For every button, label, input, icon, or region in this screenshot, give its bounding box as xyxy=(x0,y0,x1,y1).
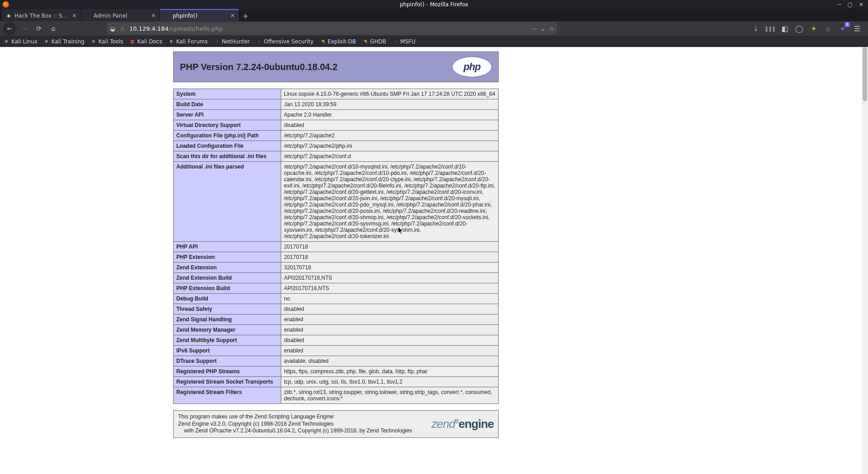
ext2-icon[interactable]: ◉ xyxy=(824,24,833,33)
phpinfo-row: Build DateJan 13 2020 18:39:59 xyxy=(174,99,499,110)
phpinfo-key: Server API xyxy=(174,110,281,120)
bookmark-item[interactable]: ◥Exploit-DB xyxy=(320,38,356,45)
back-button[interactable]: ← xyxy=(3,22,16,35)
phpinfo-table: SystemLinux oopsie 4.15.0-76-generic #86… xyxy=(173,89,499,404)
new-tab-button[interactable]: + xyxy=(239,10,252,21)
bookmark-item[interactable]: ❖Kali Training xyxy=(44,38,85,45)
bookmark-item[interactable]: ◥GHDB xyxy=(363,38,387,45)
close-tab-icon[interactable]: ✕ xyxy=(72,12,77,19)
window-title: phpinfo() - Mozilla Firefox xyxy=(400,1,468,8)
tab-label: phpinfo() xyxy=(173,13,227,19)
phpinfo-key: PHP API xyxy=(174,242,281,252)
insecure-icon: ⚠ xyxy=(119,25,126,32)
vertical-scrollbar[interactable] xyxy=(862,47,868,474)
kali-icon: ❖ xyxy=(91,39,96,44)
bookmark-item[interactable]: ༄Offensive Security xyxy=(256,38,314,45)
downloads-icon[interactable]: ↓ xyxy=(751,24,760,33)
phpinfo-key: Loaded Configuration File xyxy=(174,141,281,151)
close-tab-icon[interactable]: ✕ xyxy=(151,12,156,19)
kali-icon: ❖ xyxy=(4,39,9,44)
bookmark-item[interactable]: ༄MSFU xyxy=(392,38,415,45)
dragon-icon: ༄ xyxy=(256,39,262,44)
kali-icon: ❖ xyxy=(169,39,174,44)
hamburger-menu-icon[interactable]: ☰ xyxy=(853,24,862,33)
os-titlebar: phpinfo() - Mozilla Firefox ─ ▢ ✕ xyxy=(0,0,868,9)
phpinfo-value: 20170718 xyxy=(281,242,499,252)
phpinfo-key: Thread Safety xyxy=(174,304,281,314)
red-icon: ■ xyxy=(130,39,135,44)
url-bar[interactable]: ◒ ⚠ 10.129.4.184/uploads/hello.php ⋯ ⌄ ☆ xyxy=(107,22,557,35)
phpinfo-key: PHP Extension xyxy=(174,252,281,263)
phpinfo-value: /etc/php/7.2/apache2 xyxy=(281,131,499,141)
phpinfo-row: Virtual Directory Supportdisabled xyxy=(174,120,499,131)
phpinfo-row: Registered Stream Filterszlib.*, string.… xyxy=(174,387,499,404)
tab-strip: ◆Hack The Box :: Starting P✕Admin Panel✕… xyxy=(0,9,868,21)
close-window-button[interactable]: ✕ xyxy=(859,1,863,8)
phpinfo-value: https, ftps, compress.zlib, php, file, g… xyxy=(281,366,499,377)
minimize-button[interactable]: ─ xyxy=(838,1,841,8)
home-button[interactable]: ⌂ xyxy=(47,22,60,35)
browser-tab[interactable]: phpinfo()✕ xyxy=(160,9,239,21)
htb-favicon-icon: ◆ xyxy=(5,13,12,19)
phpinfo-key: Zend Signal Handling xyxy=(174,314,281,325)
phpinfo-key: DTrace Support xyxy=(174,356,281,366)
pocket-icon[interactable]: ⌄ xyxy=(540,25,545,32)
phpinfo-value: disabled xyxy=(281,335,499,346)
dragon-icon: ༄ xyxy=(392,39,398,44)
page-actions-icon[interactable]: ⋯ xyxy=(531,25,537,32)
ext1-icon[interactable]: ✦ xyxy=(809,24,818,33)
sidebar-icon[interactable]: ◧ xyxy=(780,24,789,33)
phpinfo-key: Zend Extension Build xyxy=(174,273,281,283)
maximize-button[interactable]: ▢ xyxy=(848,1,853,8)
phpinfo-value: disabled xyxy=(281,120,499,131)
zend-box: This program makes use of the Zend Scrip… xyxy=(173,410,499,438)
phpinfo-row: Zend Extension320170718 xyxy=(174,263,499,273)
phpinfo-row: Zend Memory Managerenabled xyxy=(174,325,499,335)
bookmark-label: Kali Docs xyxy=(137,38,162,45)
bookmark-label: Kali Training xyxy=(52,38,85,45)
phpinfo-value: Linux oopsie 4.15.0-76-generic #86-Ubunt… xyxy=(281,89,499,99)
kali-icon: ❖ xyxy=(44,39,49,44)
phpinfo-row: Registered Stream Socket Transportstcp, … xyxy=(174,377,499,387)
blank-favicon-icon xyxy=(164,13,170,19)
bookmark-item[interactable]: ■Kali Docs xyxy=(130,38,162,45)
bookmark-label: Exploit-DB xyxy=(328,38,356,45)
bookmark-item[interactable]: ❖Kali Forums xyxy=(169,38,208,45)
bookmark-item[interactable]: ❖Kali Linux xyxy=(4,38,38,45)
forward-button[interactable]: → xyxy=(18,22,31,35)
reload-button[interactable]: ⟳ xyxy=(33,22,45,35)
bookmark-star-icon[interactable]: ☆ xyxy=(549,25,554,32)
phpinfo-value: available, disabled xyxy=(281,356,499,366)
phpinfo-row: Registered PHP Streamshttps, ftps, compr… xyxy=(174,366,499,377)
bookmark-item[interactable]: ༄NetHunter xyxy=(214,38,250,45)
phpinfo-key: Build Date xyxy=(174,99,281,110)
bookmark-item[interactable]: ❖Kali Tools xyxy=(91,38,123,45)
phpinfo-row: SystemLinux oopsie 4.15.0-76-generic #86… xyxy=(174,89,499,99)
browser-tab[interactable]: ◆Hack The Box :: Starting P✕ xyxy=(2,9,80,21)
nav-toolbar: ← → ⟳ ⌂ ◒ ⚠ 10.129.4.184/uploads/hello.p… xyxy=(0,21,868,36)
phpinfo-row: PHP API20170718 xyxy=(174,242,499,252)
account-icon[interactable]: ◯ xyxy=(795,24,804,33)
ext-badge: 8 xyxy=(844,22,850,27)
phpinfo-key: Virtual Directory Support xyxy=(174,120,281,131)
phpinfo-value: /etc/php/7.2/apache2/conf.d/10-mysqlnd.i… xyxy=(281,162,499,242)
zend-text: This program makes use of the Zend Scrip… xyxy=(178,413,412,435)
bookmark-label: Kali Linux xyxy=(11,38,38,45)
phpinfo-row: Scan this dir for additional .ini files/… xyxy=(174,151,499,162)
phpinfo-key: Zend Memory Manager xyxy=(174,325,281,335)
browser-tab[interactable]: Admin Panel✕ xyxy=(81,9,160,21)
phpinfo-value: /etc/php/7.2/apache2/php.ini xyxy=(281,141,499,151)
phpinfo-row: PHP Extension20170718 xyxy=(174,252,499,263)
phpinfo-value: 20170718 xyxy=(281,252,499,263)
close-tab-icon[interactable]: ✕ xyxy=(230,12,235,19)
ext3-icon[interactable]: ✦8 xyxy=(838,24,847,33)
orange-icon: ◥ xyxy=(363,39,368,44)
phpinfo-row: Zend Extension BuildAPI320170718,NTS xyxy=(174,273,499,283)
phpinfo-row: Server APIApache 2.0 Handler xyxy=(174,110,499,120)
scrollbar-thumb[interactable] xyxy=(863,47,867,101)
bookmark-label: MSFU xyxy=(400,38,415,45)
url-text: 10.129.4.184/uploads/hello.php xyxy=(129,25,527,32)
library-icon[interactable]: ⫿⫿⫿ xyxy=(766,24,775,33)
phpinfo-key: Zend Extension xyxy=(174,263,281,273)
phpinfo-key: Zend Multibyte Support xyxy=(174,335,281,346)
